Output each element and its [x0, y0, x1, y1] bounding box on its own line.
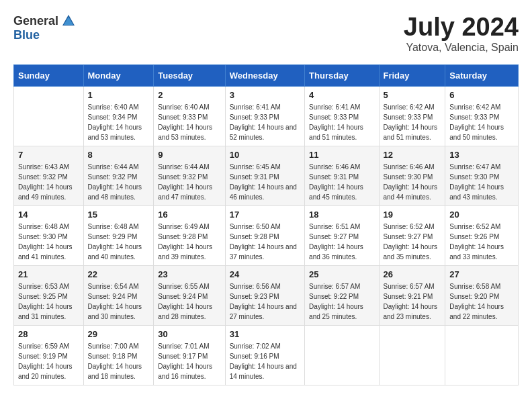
day-number: 25 — [309, 269, 374, 279]
day-info: Sunrise: 6:44 AMSunset: 9:32 PMDaylight:… — [158, 162, 220, 202]
day-number: 27 — [449, 269, 514, 279]
day-number: 20 — [449, 210, 514, 220]
calendar-week-row: 7 Sunrise: 6:43 AMSunset: 9:32 PMDayligh… — [14, 146, 519, 205]
day-number: 10 — [230, 150, 300, 160]
day-info: Sunrise: 6:52 AMSunset: 9:26 PMDaylight:… — [449, 222, 514, 262]
calendar-cell: 17 Sunrise: 6:50 AMSunset: 9:28 PMDaylig… — [225, 205, 304, 265]
day-info: Sunrise: 7:02 AMSunset: 9:16 PMDaylight:… — [230, 341, 300, 381]
day-info: Sunrise: 6:40 AMSunset: 9:34 PMDaylight:… — [88, 102, 150, 142]
day-number: 3 — [230, 90, 300, 100]
calendar-cell: 8 Sunrise: 6:44 AMSunset: 9:32 PMDayligh… — [83, 146, 154, 205]
day-of-week-header: Monday — [83, 64, 154, 86]
day-number: 21 — [18, 269, 79, 279]
day-info: Sunrise: 6:45 AMSunset: 9:31 PMDaylight:… — [230, 162, 300, 202]
day-number: 24 — [230, 269, 300, 279]
day-number: 14 — [18, 210, 79, 220]
calendar-table: SundayMondayTuesdayWednesdayThursdayFrid… — [13, 64, 519, 385]
calendar-cell: 26 Sunrise: 6:57 AMSunset: 9:21 PMDaylig… — [379, 265, 445, 325]
day-info: Sunrise: 6:51 AMSunset: 9:27 PMDaylight:… — [309, 222, 374, 262]
calendar-cell: 23 Sunrise: 6:55 AMSunset: 9:24 PMDaylig… — [154, 265, 225, 325]
day-number: 8 — [88, 150, 150, 160]
calendar-cell: 3 Sunrise: 6:41 AMSunset: 9:33 PMDayligh… — [225, 86, 304, 146]
title-block: July 2024 Yatova, Valencia, Spain — [404, 13, 519, 54]
day-of-week-header: Saturday — [445, 64, 519, 86]
calendar-week-row: 21 Sunrise: 6:53 AMSunset: 9:25 PMDaylig… — [14, 265, 519, 325]
calendar-cell: 9 Sunrise: 6:44 AMSunset: 9:32 PMDayligh… — [154, 146, 225, 205]
day-number: 5 — [384, 90, 441, 100]
day-info: Sunrise: 6:50 AMSunset: 9:28 PMDaylight:… — [230, 222, 300, 262]
day-info: Sunrise: 6:49 AMSunset: 9:28 PMDaylight:… — [158, 222, 220, 262]
day-info: Sunrise: 6:47 AMSunset: 9:30 PMDaylight:… — [449, 162, 514, 202]
calendar-cell: 14 Sunrise: 6:48 AMSunset: 9:30 PMDaylig… — [14, 205, 84, 265]
calendar-week-row: 14 Sunrise: 6:48 AMSunset: 9:30 PMDaylig… — [14, 205, 519, 265]
calendar-cell: 1 Sunrise: 6:40 AMSunset: 9:34 PMDayligh… — [83, 86, 154, 146]
day-info: Sunrise: 6:40 AMSunset: 9:33 PMDaylight:… — [158, 102, 220, 142]
calendar-cell: 6 Sunrise: 6:42 AMSunset: 9:33 PMDayligh… — [445, 86, 519, 146]
day-number: 31 — [230, 329, 300, 339]
day-number: 1 — [88, 90, 150, 100]
day-info: Sunrise: 7:00 AMSunset: 9:18 PMDaylight:… — [88, 341, 150, 381]
day-info: Sunrise: 6:46 AMSunset: 9:30 PMDaylight:… — [384, 162, 441, 202]
day-of-week-header: Wednesday — [225, 64, 304, 86]
day-number: 7 — [18, 150, 79, 160]
calendar-cell: 15 Sunrise: 6:48 AMSunset: 9:29 PMDaylig… — [83, 205, 154, 265]
calendar-week-row: 28 Sunrise: 6:59 AMSunset: 9:19 PMDaylig… — [14, 325, 519, 385]
day-info: Sunrise: 6:54 AMSunset: 9:24 PMDaylight:… — [88, 281, 150, 322]
day-info: Sunrise: 6:58 AMSunset: 9:20 PMDaylight:… — [449, 281, 514, 322]
calendar-cell — [445, 325, 519, 385]
calendar-cell: 28 Sunrise: 6:59 AMSunset: 9:19 PMDaylig… — [14, 325, 84, 385]
calendar-cell: 21 Sunrise: 6:53 AMSunset: 9:25 PMDaylig… — [14, 265, 84, 325]
day-of-week-header: Sunday — [14, 64, 84, 86]
day-info: Sunrise: 6:42 AMSunset: 9:33 PMDaylight:… — [449, 102, 514, 142]
calendar-cell: 10 Sunrise: 6:45 AMSunset: 9:31 PMDaylig… — [225, 146, 304, 205]
calendar-cell: 30 Sunrise: 7:01 AMSunset: 9:17 PMDaylig… — [154, 325, 225, 385]
day-info: Sunrise: 6:55 AMSunset: 9:24 PMDaylight:… — [158, 281, 220, 322]
calendar-cell: 4 Sunrise: 6:41 AMSunset: 9:33 PMDayligh… — [305, 86, 379, 146]
logo-icon — [61, 13, 76, 28]
day-info: Sunrise: 6:52 AMSunset: 9:27 PMDaylight:… — [384, 222, 441, 262]
calendar-cell: 7 Sunrise: 6:43 AMSunset: 9:32 PMDayligh… — [14, 146, 84, 205]
calendar-cell: 29 Sunrise: 7:00 AMSunset: 9:18 PMDaylig… — [83, 325, 154, 385]
day-number: 23 — [158, 269, 220, 279]
calendar-header-row: SundayMondayTuesdayWednesdayThursdayFrid… — [14, 64, 519, 86]
calendar-cell: 24 Sunrise: 6:56 AMSunset: 9:23 PMDaylig… — [225, 265, 304, 325]
calendar-cell: 12 Sunrise: 6:46 AMSunset: 9:30 PMDaylig… — [379, 146, 445, 205]
day-number: 6 — [449, 90, 514, 100]
calendar-cell: 13 Sunrise: 6:47 AMSunset: 9:30 PMDaylig… — [445, 146, 519, 205]
calendar-cell: 16 Sunrise: 6:49 AMSunset: 9:28 PMDaylig… — [154, 205, 225, 265]
logo-general-text: General — [13, 14, 58, 28]
day-number: 4 — [309, 90, 374, 100]
day-info: Sunrise: 6:46 AMSunset: 9:31 PMDaylight:… — [309, 162, 374, 202]
day-number: 22 — [88, 269, 150, 279]
day-info: Sunrise: 6:53 AMSunset: 9:25 PMDaylight:… — [18, 281, 79, 322]
day-number: 9 — [158, 150, 220, 160]
calendar-cell: 20 Sunrise: 6:52 AMSunset: 9:26 PMDaylig… — [445, 205, 519, 265]
day-number: 16 — [158, 210, 220, 220]
day-number: 12 — [384, 150, 441, 160]
day-info: Sunrise: 6:42 AMSunset: 9:33 PMDaylight:… — [384, 102, 441, 142]
day-info: Sunrise: 6:48 AMSunset: 9:29 PMDaylight:… — [88, 222, 150, 262]
day-info: Sunrise: 6:48 AMSunset: 9:30 PMDaylight:… — [18, 222, 79, 262]
day-number: 15 — [88, 210, 150, 220]
calendar-cell: 25 Sunrise: 6:57 AMSunset: 9:22 PMDaylig… — [305, 265, 379, 325]
calendar-cell — [305, 325, 379, 385]
calendar-cell: 19 Sunrise: 6:52 AMSunset: 9:27 PMDaylig… — [379, 205, 445, 265]
day-info: Sunrise: 6:44 AMSunset: 9:32 PMDaylight:… — [88, 162, 150, 202]
calendar-cell: 31 Sunrise: 7:02 AMSunset: 9:16 PMDaylig… — [225, 325, 304, 385]
day-info: Sunrise: 6:43 AMSunset: 9:32 PMDaylight:… — [18, 162, 79, 202]
calendar-cell — [379, 325, 445, 385]
day-info: Sunrise: 6:41 AMSunset: 9:33 PMDaylight:… — [309, 102, 374, 142]
calendar-week-row: 1 Sunrise: 6:40 AMSunset: 9:34 PMDayligh… — [14, 86, 519, 146]
day-number: 26 — [384, 269, 441, 279]
day-number: 13 — [449, 150, 514, 160]
calendar-cell: 5 Sunrise: 6:42 AMSunset: 9:33 PMDayligh… — [379, 86, 445, 146]
day-number: 19 — [384, 210, 441, 220]
location-text: Yatova, Valencia, Spain — [404, 42, 519, 54]
calendar-cell — [14, 86, 84, 146]
page-header: General Blue July 2024 Yatova, Valencia,… — [13, 13, 519, 54]
day-info: Sunrise: 6:57 AMSunset: 9:22 PMDaylight:… — [309, 281, 374, 322]
day-number: 17 — [230, 210, 300, 220]
day-number: 30 — [158, 329, 220, 339]
logo-blue-text: Blue — [13, 28, 40, 42]
calendar-cell: 2 Sunrise: 6:40 AMSunset: 9:33 PMDayligh… — [154, 86, 225, 146]
